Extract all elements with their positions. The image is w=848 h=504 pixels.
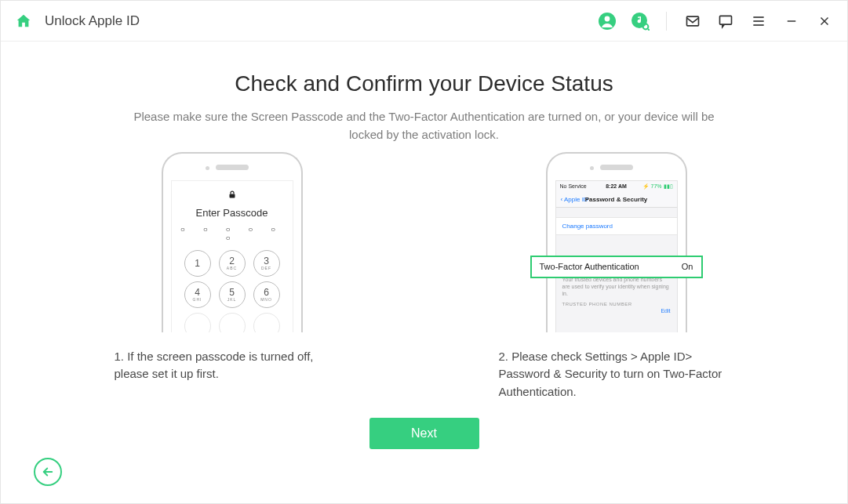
phone-camera-icon	[206, 166, 209, 170]
titlebar: Unlock Apple ID	[1, 1, 847, 42]
home-icon	[15, 13, 32, 30]
svg-line-4	[648, 29, 650, 31]
music-search-icon	[631, 12, 650, 31]
feedback-button[interactable]	[714, 9, 737, 33]
chat-icon	[718, 13, 733, 29]
mail-icon	[685, 13, 701, 29]
keypad-key-2: 2ABC	[219, 250, 246, 277]
keypad-key-5: 5JKL	[219, 281, 246, 308]
menu-icon	[751, 13, 766, 29]
change-password-cell: Change password	[556, 217, 677, 235]
keypad-key-3: 3DEF	[253, 250, 280, 277]
battery-label: 77%	[651, 183, 662, 189]
caption-twofactor: 2. Please check Settings > Apple ID> Pas…	[499, 348, 734, 401]
page-title: Unlock Apple ID	[45, 13, 140, 29]
svg-point-1	[605, 16, 610, 21]
back-button[interactable]	[34, 458, 62, 486]
lock-icon	[177, 189, 288, 202]
keypad-key-9	[253, 313, 280, 332]
enter-passcode-label: Enter Passcode	[177, 207, 288, 219]
col-passcode: Enter Passcode ○ ○ ○ ○ ○ ○ 1 2ABC 3DEF 4…	[115, 152, 350, 401]
close-icon	[817, 14, 832, 28]
keypad-key-8	[219, 313, 246, 332]
titlebar-divider	[666, 12, 667, 31]
trusted-header: TRUSTED PHONE NUMBER	[556, 299, 677, 308]
app-window: Unlock Apple ID Check and Confirm your D…	[0, 0, 848, 504]
subheading: Please make sure the Screen Passcode and…	[126, 107, 722, 144]
phone-settings-illustration: No Service 8:22 AM ⚡ 77% ▮▮▯ ‹ Apple ID …	[546, 152, 687, 332]
media-search-button[interactable]	[628, 9, 652, 33]
minimize-button[interactable]	[780, 9, 803, 33]
phone-passcode-illustration: Enter Passcode ○ ○ ○ ○ ○ ○ 1 2ABC 3DEF 4…	[162, 152, 303, 332]
two-factor-label: Two-Factor Authentication	[540, 262, 639, 271]
close-button[interactable]	[813, 9, 836, 33]
two-factor-value: On	[682, 262, 693, 271]
svg-rect-13	[229, 194, 235, 198]
nav-title: Password & Security	[556, 196, 677, 203]
passcode-screen: Enter Passcode ○ ○ ○ ○ ○ ○ 1 2ABC 3DEF 4…	[171, 180, 293, 332]
keypad-key-4: 4GHI	[184, 281, 211, 308]
edit-link: Edit	[661, 308, 670, 314]
minimize-icon	[784, 14, 799, 28]
phone-speaker-icon	[216, 165, 249, 170]
mail-button[interactable]	[681, 9, 704, 33]
caption-passcode: 1. If the screen passcode is turned off,…	[115, 348, 350, 383]
svg-rect-6	[720, 16, 732, 24]
settings-nav: ‹ Apple ID Password & Security	[556, 192, 677, 208]
user-circle-icon	[598, 12, 617, 31]
svg-rect-5	[687, 16, 699, 26]
account-button[interactable]	[595, 9, 619, 33]
passcode-dots: ○ ○ ○ ○ ○ ○	[177, 225, 288, 242]
menu-button[interactable]	[747, 9, 770, 33]
phone-status-bar: No Service 8:22 AM ⚡ 77% ▮▮▯	[556, 181, 677, 192]
content: Check and Confirm your Device Status Ple…	[1, 42, 847, 503]
phone-speaker-icon	[600, 165, 633, 170]
arrow-left-icon	[41, 465, 55, 479]
home-button[interactable]	[12, 9, 35, 33]
heading: Check and Confirm your Device Status	[48, 71, 800, 96]
keypad-key-6: 6MNO	[253, 281, 280, 308]
col-twofactor: No Service 8:22 AM ⚡ 77% ▮▮▯ ‹ Apple ID …	[499, 152, 734, 401]
two-factor-highlight: Two-Factor Authentication On	[530, 256, 703, 278]
illustration-row: Enter Passcode ○ ○ ○ ○ ○ ○ 1 2ABC 3DEF 4…	[48, 152, 800, 401]
next-button[interactable]: Next	[369, 418, 479, 449]
phone-camera-icon	[590, 166, 594, 170]
keypad: 1 2ABC 3DEF 4GHI 5JKL 6MNO	[177, 250, 288, 332]
keypad-key-1: 1	[184, 250, 211, 277]
keypad-key-7	[184, 313, 211, 332]
